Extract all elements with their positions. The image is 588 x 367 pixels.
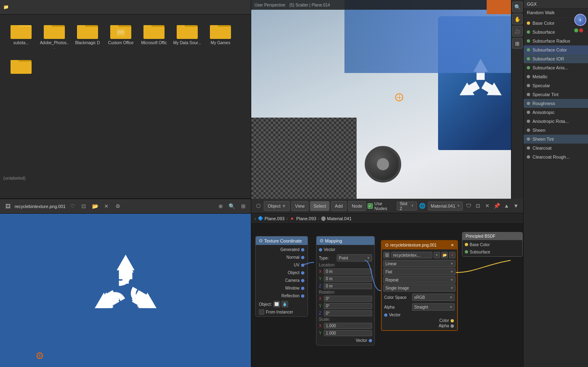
prop-dot-subsurface-ior (527, 57, 530, 60)
shield-icon-button[interactable]: 🛡 (464, 202, 472, 210)
file-browser: 📁 substa... (0, 0, 251, 199)
folder-label: My Games (211, 41, 230, 45)
prop-anisotropic: Anisotropic (524, 108, 588, 117)
mapping-type-dropdown[interactable]: Point ▼ (337, 254, 372, 262)
prop-roughness-label: Roughness (532, 101, 555, 106)
mapping-vector-in-dot (319, 248, 322, 251)
use-nodes-checkbox[interactable]: ✓ (368, 203, 372, 209)
mapping-loc-y-input[interactable]: 0 m (324, 276, 372, 282)
mapping-vector-out-label: Vector (356, 338, 367, 343)
layout-button[interactable]: ⊞ (239, 202, 248, 211)
object-eyedrop-icon: 💧 (282, 302, 287, 306)
select-button[interactable]: Select (310, 201, 330, 211)
material-dropdown[interactable]: Material.041 ▼ (428, 202, 463, 210)
file-browser-bottom-label: (unlabeled) (0, 174, 29, 182)
close-image-btn[interactable]: ✕ (449, 252, 455, 258)
mapping-rot-x-value: 0° (326, 296, 330, 301)
texcoord-reflection-row: Reflection (256, 292, 308, 300)
texture-node-close[interactable]: ✕ (451, 243, 454, 247)
open-image-btn[interactable]: 📂 (441, 252, 448, 258)
prop-clearcoat-rough: Clearcoat Rough... (524, 152, 588, 161)
mapping-rot-y-input[interactable]: 0° (324, 303, 372, 309)
from-instancer-label: From Instancer (266, 310, 293, 314)
mapping-rotation-label: Rotation: (316, 290, 374, 295)
interpolation-dropdown[interactable]: Linear ▼ (383, 260, 455, 267)
extension-dropdown[interactable]: Repeat ▼ (383, 276, 455, 283)
hand-btn[interactable]: ✋ (512, 14, 523, 24)
mapping-rot-z-input[interactable]: 0° (324, 310, 372, 316)
bsdf-color-dot (465, 243, 468, 246)
texcoord-uv-label: UV (294, 263, 299, 267)
close-node-button[interactable]: ✕ (483, 202, 491, 210)
folder-label: substa... (13, 41, 29, 45)
node-button[interactable]: Node (348, 201, 366, 211)
source-dropdown[interactable]: Single Image ▼ (383, 284, 455, 292)
object-eyedrop-button[interactable]: 💧 (282, 301, 288, 307)
from-instancer-checkbox[interactable] (259, 309, 264, 315)
texture-node-header: ⊙ recyclebintexture.png.001 ✕ (382, 241, 457, 249)
close-button[interactable]: ✕ (102, 202, 111, 211)
breadcrumb-item-material[interactable]: ⬤ Material.041 (321, 216, 352, 221)
mapping-scale-y-input[interactable]: 1.000 (324, 330, 372, 336)
bsdf-base-color: Base Color (470, 243, 490, 247)
image-name-input[interactable]: recyclebintex... (391, 252, 432, 258)
grid-btn[interactable]: ⊞ (512, 38, 523, 49)
camera-btn[interactable]: 🎥 (512, 26, 523, 36)
viewport-title: User Perspective (254, 3, 285, 7)
settings-button[interactable]: ⚙ (113, 202, 122, 211)
folder-item[interactable]: Blackmagic D (73, 21, 102, 49)
mapping-rot-x-input[interactable]: 0° (324, 296, 372, 302)
search-viewport-btn[interactable]: 🔍 (512, 2, 523, 12)
alpha-dropdown[interactable]: Straight ▼ (412, 303, 455, 311)
nav-down-button[interactable]: ▼ (512, 202, 520, 210)
props-ggx-label: GGX (524, 0, 588, 9)
open-folder-button[interactable]: 📂 (91, 202, 100, 211)
mapping-loc-y-value: 0 m (326, 277, 333, 281)
indicator-green (574, 28, 578, 32)
world-icon-button[interactable]: 🌐 (419, 202, 426, 210)
folder-item[interactable] (6, 56, 36, 80)
color-space-dropdown[interactable]: sRGB ▼ (412, 294, 455, 301)
view-controls-button[interactable]: ⊕ (216, 202, 225, 211)
mapping-loc-z-input[interactable]: 0 m (324, 283, 372, 289)
folder-item[interactable]: My Games (206, 21, 235, 49)
prop-subsurface-radius: Subsurface Radius (524, 36, 588, 45)
object-picker-button[interactable]: ⬜ (274, 301, 280, 307)
save-copy-button[interactable]: ⊡ (79, 202, 88, 211)
folder-item[interactable]: substa... (6, 21, 36, 49)
image-texture-node: ⊙ recyclebintexture.png.001 ✕ 🖼 recycleb… (381, 240, 458, 331)
folder-label: Adobe_Photos... (40, 41, 69, 49)
texcoord-camera-dot (301, 279, 304, 282)
bookmark-button[interactable]: ♡ (68, 202, 77, 211)
breadcrumb-item-plane093b[interactable]: 🔺 Plane.093 (289, 216, 316, 221)
add-button[interactable]: Add (331, 201, 346, 211)
editor-type-icon[interactable]: ⬡ (254, 202, 262, 210)
mapping-scale-x-value: 1.000 (326, 324, 336, 328)
mapping-vector-out-dot (369, 339, 372, 342)
zoom-button[interactable]: 🔍 (227, 202, 236, 211)
mapping-loc-z-value: 0 m (326, 284, 333, 288)
texture-color-output: Color (383, 318, 455, 323)
folder-item[interactable]: Microsoft Offic (139, 21, 169, 49)
object-dropdown[interactable]: Object ▼ (264, 201, 290, 211)
file-browser-title: 📁 (3, 4, 9, 10)
mapping-location-label: Location: (316, 262, 374, 268)
nav-up-button[interactable]: ▲ (502, 202, 510, 210)
folder-item[interactable]: My Data Sour... (173, 21, 202, 49)
view-button[interactable]: View (291, 201, 308, 211)
mapping-scale-x-input[interactable]: 1.000 (324, 323, 372, 329)
folder-item[interactable]: Adobe_Photos... (40, 21, 69, 49)
texture-vector-in-dot (384, 313, 387, 317)
properties-panel: GGX Random Walk Base Color Subsurface Su… (523, 0, 588, 367)
folder-item[interactable]: Custom Office (106, 21, 135, 49)
texture-color-label: Color (439, 318, 449, 323)
editor-type-button[interactable]: 🖼 (3, 202, 12, 211)
color-space-label: Color Space (384, 295, 411, 300)
breadcrumb-item-plane093[interactable]: 🔷 Plane.093 (258, 216, 285, 221)
mapping-loc-x-input[interactable]: 0 m (324, 268, 372, 275)
copy-icon-button[interactable]: ⊡ (474, 202, 482, 210)
new-image-btn[interactable]: + (434, 252, 440, 258)
pin-icon-button[interactable]: 📌 (493, 202, 501, 210)
slot-dropdown[interactable]: Slot 2 ▼ (397, 202, 417, 210)
projection-dropdown[interactable]: Flat ▼ (383, 268, 455, 275)
